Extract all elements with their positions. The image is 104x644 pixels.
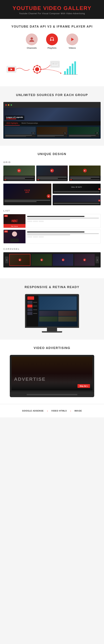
sidebar-thumb-2: [27, 304, 32, 308]
grid-card-2: ▶: [36, 166, 68, 181]
api-diagram-svg: [3, 54, 98, 81]
svg-rect-26: [72, 64, 73, 74]
list-info-1: [25, 214, 101, 228]
list-meta-chip-2b: [33, 236, 38, 238]
sidebar-line-2: [33, 306, 37, 306]
grid-info-5: [53, 202, 101, 205]
svg-rect-11: [37, 72, 38, 74]
play-btn-faceoff[interactable]: ▶: [47, 194, 50, 198]
laptop: ADVERTISE Skip Ad »: [10, 355, 94, 397]
play-btn-1[interactable]: ▶: [17, 169, 21, 172]
grid-meta-dot-2: [37, 180, 39, 180]
list-title-1: [27, 216, 84, 217]
monitor: [25, 294, 79, 332]
carousel-play-3[interactable]: ▶: [62, 258, 65, 261]
carousel-item-1[interactable]: ▶: [9, 254, 30, 266]
svg-rect-10: [37, 65, 38, 66]
channel-person-icon: [29, 36, 35, 42]
laptop-screen-overlay-text: ADVERTISE: [14, 376, 46, 382]
grid-meta-line-3: [73, 180, 100, 180]
carousel-play-2[interactable]: ▶: [40, 258, 43, 261]
grid-card-faceoff: FACE OFF ▶: [3, 184, 51, 205]
sidebar-line-3: [33, 310, 37, 310]
play-btn-3[interactable]: ▶: [83, 169, 87, 172]
grid-title-2b: [37, 178, 58, 179]
list-badge-1: HD: [4, 215, 8, 217]
grid-card-4: CALL OF DUTY ▶: [53, 184, 101, 194]
grid-title-3: [70, 177, 100, 178]
list-title-2: [27, 232, 84, 232]
grid-col-right: CALL OF DUTY ▶ ▶: [53, 184, 101, 205]
carousel-item-3[interactable]: ▶: [53, 254, 73, 266]
monitor-screen: [25, 294, 79, 328]
playlists-label: Playlists: [48, 47, 57, 49]
api-icon-playlists: Playlists: [46, 34, 58, 49]
carousel-play-4[interactable]: ▶: [83, 258, 86, 261]
monitor-grid-item-2: [58, 311, 77, 316]
list-subsection: LIST NBC The Voice HD: [3, 210, 101, 244]
api-icons-row: Channels Playlists Videos: [3, 34, 101, 49]
videos-label: Videos: [69, 47, 76, 49]
grid-thumb-cod: CALL OF DUTY ▶: [53, 184, 101, 190]
api-icon-channels: Channels: [26, 34, 38, 49]
list-desc-2: [27, 233, 99, 234]
grid-title-faceoffb: [4, 201, 36, 202]
grid-meta-line-2: [40, 180, 67, 180]
svg-point-1: [50, 37, 54, 40]
list-meta-chip-1b: [33, 221, 38, 222]
play-btn-cod[interactable]: ▶: [98, 188, 100, 190]
responsive-title: RESPONSIVE & RETINA READY: [3, 286, 101, 289]
grid-label: GRID: [3, 161, 101, 164]
carousel-item-4[interactable]: ▶: [74, 254, 95, 266]
grid-title-2: [37, 177, 67, 178]
grid-thumb-1: ▶: [3, 166, 35, 176]
carousel-next-btn[interactable]: ›: [96, 256, 99, 263]
grid-thumb-2: ▶: [36, 166, 68, 176]
carousel-prev-btn[interactable]: ‹: [5, 256, 8, 263]
list-meta-2: [27, 236, 99, 238]
grid-row-2: FACE OFF ▶ CALL OF DUTY ▶: [3, 184, 101, 205]
monitor-stand: [47, 328, 57, 331]
video-ad-title: VIDEO ADVERTISING: [3, 346, 101, 350]
grid-card-3: ▶: [69, 166, 101, 181]
carousel-play-1[interactable]: ▶: [18, 258, 21, 261]
grid-info-2: [36, 176, 68, 181]
svg-point-0: [31, 37, 33, 40]
ad-type-html5: VIDEO HTML5: [48, 410, 70, 412]
laptop-screen-bg: ADVERTISE Skip Ad »: [11, 356, 93, 390]
skip-ad-button[interactable]: Skip Ad »: [78, 384, 90, 388]
list-meta-chip-2a: [27, 236, 32, 238]
api-section: YOUTUBE DATA API V3 & IFRAME PLAYER API …: [0, 19, 104, 86]
svg-rect-23: [64, 71, 66, 74]
play-btn-2[interactable]: ▶: [50, 169, 54, 172]
list-info-2: [25, 230, 101, 243]
grid-meta-1: [4, 180, 34, 180]
grid-title-faceoff: [4, 200, 50, 201]
videos-play-icon: [69, 36, 75, 42]
header-subtitle: Youtube Channel For Visual Composer With…: [3, 12, 101, 15]
page-header: YOUTUBE VIDEO GALLERY Youtube Channel Fo…: [0, 0, 104, 19]
svg-point-29: [60, 73, 61, 74]
carousel-item-2[interactable]: ▶: [31, 254, 52, 266]
monitor-grid-item-3: [39, 316, 58, 322]
monitor-grid: [39, 311, 77, 322]
monitor-wrap: [3, 294, 101, 332]
grid-title-1: [4, 177, 34, 178]
laptop-wrap: ADVERTISE Skip Ad »: [3, 355, 101, 397]
grid-title-1b: [4, 178, 25, 179]
monitor-grid-item-4: [58, 316, 77, 322]
header-title: YOUTUBE VIDEO GALLERY: [3, 5, 101, 11]
grid-card-1: ▶: [3, 166, 35, 181]
carousel-area: ‹ ▶ ▶ ▶ ▶ ›: [3, 252, 101, 268]
grid-thumb-3: ▶: [69, 166, 101, 176]
ad-type-image: IMAGE: [71, 410, 85, 412]
api-diagram: [3, 54, 98, 81]
grid-title-3b: [70, 178, 91, 179]
sidebar-row-3: [27, 308, 37, 311]
grid-info-1: [3, 176, 35, 181]
play-btn-5[interactable]: ▶: [98, 200, 100, 202]
video-ad-section: VIDEO ADVERTISING ADVERTISE Skip Ad »: [0, 340, 104, 404]
dot-yellow: [8, 104, 9, 106]
dot-green: [11, 104, 12, 106]
grid-title-4: [54, 192, 100, 192]
